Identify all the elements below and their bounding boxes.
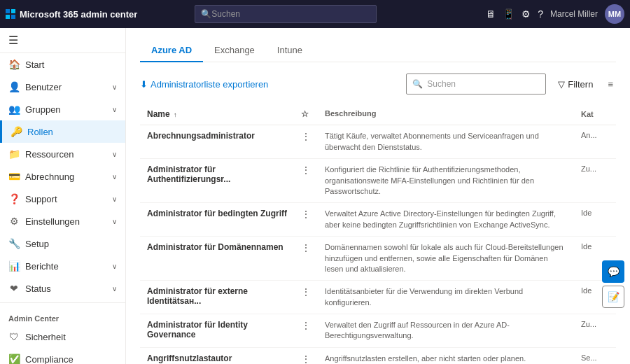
columns-icon: ≡ xyxy=(608,79,613,90)
sidebar-item-einstellungen[interactable]: ⚙ Einstellungen ∨ xyxy=(0,210,125,232)
col-header-name[interactable]: Name ↑ xyxy=(140,103,294,125)
columns-button[interactable]: ≡ xyxy=(605,76,616,92)
sidebar-label-compliance: Compliance xyxy=(25,354,117,365)
sidebar-item-start[interactable]: 🏠 Start xyxy=(0,53,125,76)
table-row[interactable]: Administrator für bedingten Zugriff ⋮ Ve… xyxy=(140,203,616,237)
table-row[interactable]: Administrator für Identity Governance ⋮ … xyxy=(140,314,616,348)
groups-icon: 👥 xyxy=(8,104,20,115)
more-options-button[interactable]: ⋮ xyxy=(294,159,318,203)
role-name: Administrator für Domänennamen xyxy=(140,237,294,281)
sidebar-item-compliance[interactable]: ✅ Compliance xyxy=(0,348,125,364)
sidebar-item-abrechnung[interactable]: 💳 Abrechnung ∨ xyxy=(0,165,125,188)
chevron-down-icon: ∨ xyxy=(112,262,117,270)
admin-center-section: Admin Center xyxy=(0,306,125,326)
export-button[interactable]: ⬇ Administratorliste exportieren xyxy=(140,79,268,90)
tab-intune[interactable]: Intune xyxy=(266,39,314,62)
role-description: Verwaltet Azure Active Directory-Einstel… xyxy=(318,203,574,237)
more-options-button[interactable]: ⋮ xyxy=(294,203,318,237)
col-header-category[interactable]: Kat xyxy=(574,103,616,125)
search-icon: 🔍 xyxy=(201,9,211,19)
more-options-button[interactable]: ⋮ xyxy=(294,281,318,314)
table-row[interactable]: Angriffsnutzlastautor ⋮ Angriffsnutzlast… xyxy=(140,347,616,364)
avatar[interactable]: MM xyxy=(605,4,624,24)
reports-icon: 📊 xyxy=(8,260,20,272)
mobile-icon[interactable]: 📱 xyxy=(503,8,514,20)
topbar: Microsoft 365 admin center 🔍 🖥 📱 ⚙ ? Mar… xyxy=(0,0,630,28)
shield-icon: 🛡 xyxy=(8,331,20,342)
tab-azure-ad[interactable]: Azure AD xyxy=(140,39,203,62)
search-icon: 🔍 xyxy=(412,79,423,89)
filter-button[interactable]: ▽ Filtern xyxy=(552,76,599,93)
sidebar-item-setup[interactable]: 🔧 Setup xyxy=(0,232,125,255)
sidebar-divider xyxy=(0,302,125,303)
help-icon[interactable]: ? xyxy=(538,8,543,20)
sidebar: ☰ 🏠 Start 👤 Benutzer ∨ 👥 Gruppen ∨ 🔑 Rol… xyxy=(0,28,126,364)
sidebar-item-gruppen[interactable]: 👥 Gruppen ∨ xyxy=(0,98,125,120)
table-search-box[interactable]: 🔍 xyxy=(406,74,546,94)
user-name: Marcel Miller xyxy=(550,9,598,19)
chevron-down-icon: ∨ xyxy=(112,106,117,113)
sidebar-item-rollen[interactable]: 🔑 Rollen xyxy=(0,120,125,143)
sidebar-item-ressourcen[interactable]: 📁 Ressourcen ∨ xyxy=(0,143,125,165)
role-description: Verwaltet den Zugriff auf Ressourcen in … xyxy=(318,314,574,348)
right-panel: 💬 📝 xyxy=(602,260,624,308)
chevron-down-icon: ∨ xyxy=(112,83,117,91)
feedback-button[interactable]: 📝 xyxy=(602,286,624,308)
roles-table: Name ↑ ☆ Beschreibung Kat Abrechnungsad xyxy=(140,103,616,364)
toolbar: ⬇ Administratorliste exportieren 🔍 ▽ Fil… xyxy=(140,74,616,94)
status-icon: ❤ xyxy=(8,283,20,294)
role-name: Administrator für bedingten Zugriff xyxy=(140,203,294,237)
compliance-icon: ✅ xyxy=(8,354,20,364)
more-options-button[interactable]: ⋮ xyxy=(294,347,318,364)
chevron-down-icon: ∨ xyxy=(112,218,117,225)
more-options-button[interactable]: ⋮ xyxy=(294,237,318,281)
role-name: Administrator für Identity Governance xyxy=(140,314,294,348)
sidebar-item-berichte[interactable]: 📊 Berichte ∨ xyxy=(0,255,125,277)
col-header-star: ☆ xyxy=(294,103,318,125)
table-row[interactable]: Administrator für Domänennamen ⋮ Domänen… xyxy=(140,237,616,281)
role-name: Administrator für Authentifizierungsr... xyxy=(140,159,294,203)
sidebar-label-einstellungen: Einstellungen xyxy=(25,216,106,227)
topbar-icons: 🖥 📱 ⚙ ? Marcel Miller MM xyxy=(486,4,624,24)
sidebar-item-status[interactable]: ❤ Status ∨ xyxy=(0,277,125,300)
tab-bar: Azure AD Exchange Intune xyxy=(140,39,616,62)
grid-icon xyxy=(6,9,15,19)
role-category: Zu... xyxy=(574,314,616,348)
sidebar-item-sicherheit[interactable]: 🛡 Sicherheit xyxy=(0,326,125,348)
topbar-search-box[interactable]: 🔍 xyxy=(195,5,377,23)
billing-icon: 💳 xyxy=(8,171,20,182)
sort-arrow-icon: ↑ xyxy=(174,111,177,118)
table-row[interactable]: Administrator für Authentifizierungsr...… xyxy=(140,159,616,203)
resources-icon: 📁 xyxy=(8,148,20,160)
table-row[interactable]: Abrechnungsadministrator ⋮ Tätigt Käufe,… xyxy=(140,125,616,159)
role-name: Angriffsnutzlastautor xyxy=(140,347,294,364)
role-description: Konfiguriert die Richtlinie für Authenti… xyxy=(318,159,574,203)
sidebar-label-berichte: Berichte xyxy=(25,261,106,272)
role-name: Abrechnungsadministrator xyxy=(140,125,294,159)
table-search-input[interactable] xyxy=(427,79,540,89)
chevron-down-icon: ∨ xyxy=(112,285,117,293)
sidebar-label-setup: Setup xyxy=(25,239,117,249)
table-row[interactable]: Administrator für externe Identitätsан..… xyxy=(140,281,616,314)
hamburger-button[interactable]: ☰ xyxy=(0,28,125,53)
home-icon: 🏠 xyxy=(8,59,20,70)
sidebar-item-benutzer[interactable]: 👤 Benutzer ∨ xyxy=(0,76,125,98)
monitor-icon[interactable]: 🖥 xyxy=(486,8,496,20)
sidebar-item-support[interactable]: ❓ Support ∨ xyxy=(0,188,125,210)
app-title: Microsoft 365 admin center xyxy=(20,9,137,20)
topbar-search-input[interactable] xyxy=(211,9,370,19)
chevron-down-icon: ∨ xyxy=(112,173,117,181)
sidebar-label-support: Support xyxy=(25,194,106,204)
app-logo: Microsoft 365 admin center xyxy=(6,9,137,20)
role-name: Administrator für externe Identitätsан..… xyxy=(140,281,294,314)
chat-button[interactable]: 💬 xyxy=(602,260,624,283)
more-options-button[interactable]: ⋮ xyxy=(294,125,318,159)
sidebar-label-status: Status xyxy=(25,284,106,294)
more-options-button[interactable]: ⋮ xyxy=(294,314,318,348)
tab-exchange[interactable]: Exchange xyxy=(203,39,266,62)
export-label: Administratorliste exportieren xyxy=(150,79,268,90)
settings-gear-icon[interactable]: ⚙ xyxy=(522,8,531,20)
role-category: An... xyxy=(574,125,616,159)
col-header-description[interactable]: Beschreibung xyxy=(318,103,574,125)
download-icon: ⬇ xyxy=(140,79,148,90)
